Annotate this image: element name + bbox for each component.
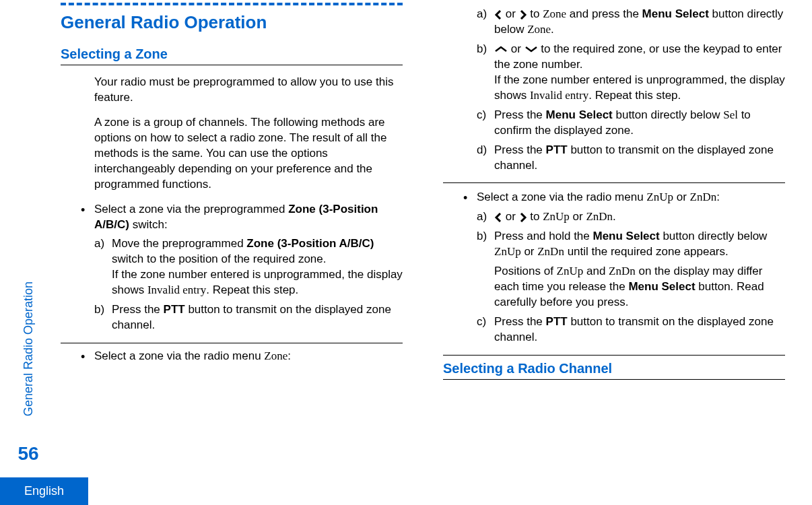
text: to [527, 7, 543, 20]
text: : [716, 191, 720, 203]
text-serif: ZnDn [586, 210, 613, 223]
sub-item: a) Move the preprogrammed Zone (3-Positi… [94, 236, 403, 298]
text: and [583, 265, 609, 277]
bullet-dot-icon: • [81, 202, 94, 335]
column-left: General Radio Operation Selecting a Zone… [61, 0, 403, 505]
sub-marker: b) [477, 42, 494, 104]
text: Press the [112, 303, 164, 316]
text-paragraph: Positions of ZnUp and ZnDn on the displa… [494, 264, 785, 310]
text: Select a zone via the radio menu [94, 349, 264, 362]
bullet-dot-icon: • [463, 190, 477, 346]
arrow-right-icon [519, 209, 527, 225]
sub-marker: c) [477, 108, 494, 139]
text: button directly below [613, 108, 723, 121]
sub-content: Move the preprogrammed Zone (3-Position … [112, 236, 403, 298]
text: or [521, 245, 538, 258]
sub-item: b) Press and hold the Menu Select button… [477, 229, 785, 310]
sub-item: d) Press the PTT button to transmit on t… [477, 143, 785, 174]
sub-content: Press the PTT button to transmit on the … [112, 302, 403, 333]
text-bold: PTT [546, 315, 568, 328]
content-area: General Radio Operation Selecting a Zone… [0, 0, 812, 505]
text-line: If the zone number entered is unprogramm… [494, 73, 785, 104]
arrow-left-icon [494, 209, 502, 225]
text-bold: Menu Select [593, 230, 659, 242]
left-sidebar: General Radio Operation 56 [8, 0, 48, 505]
text: . Repeat this step. [206, 283, 298, 296]
sub-content: Press the PTT button to transmit on the … [494, 314, 785, 345]
text: Select a zone via the preprogrammed [94, 203, 288, 215]
paragraph: Your radio must be preprogrammed to allo… [61, 75, 403, 106]
arrow-right-icon [519, 7, 527, 22]
text: Positions of [494, 265, 557, 277]
text-serif: ZnDn [609, 265, 636, 277]
text-serif: Zone [527, 23, 551, 36]
text-bold: PTT [164, 303, 185, 316]
text: and press the [566, 7, 642, 20]
text: : [287, 349, 291, 362]
continuation-block: a) or to Zone and press the Menu Select … [443, 7, 785, 183]
page: General Radio Operation 56 English Gener… [0, 0, 812, 505]
sub-item: a) or to ZnUp or ZnDn. [477, 209, 785, 225]
text-serif: ZnUp [543, 210, 570, 223]
sub-marker: a) [477, 209, 494, 225]
bullet-intro: Select a zone via the radio menu ZnUp or… [477, 190, 785, 205]
bullet-dot-icon: • [81, 349, 94, 365]
sub-marker: c) [477, 314, 494, 345]
dashed-divider [61, 3, 403, 5]
text-serif: ZnUp [494, 245, 521, 258]
text: switch to the position of the required z… [112, 252, 326, 265]
text: or [502, 210, 519, 223]
sub-marker: d) [477, 143, 494, 174]
text-serif: ZnDn [537, 245, 564, 258]
bullet-item: • Select a zone via the radio menu ZnUp … [443, 190, 785, 355]
text-serif: Invalid entry [147, 283, 206, 296]
text: Press the [494, 315, 546, 328]
text: Move the preprogrammed [112, 237, 246, 250]
sub-marker: a) [94, 236, 112, 298]
subheading-selecting-zone: Selecting a Zone [61, 46, 403, 65]
text: button directly below [660, 230, 768, 242]
text-bold: Menu Select [628, 280, 695, 293]
text-serif: Invalid entry [530, 89, 588, 102]
arrow-up-icon [494, 42, 508, 57]
text: . [613, 210, 616, 223]
bullet-item: • Select a zone via the radio menu Zone: [61, 349, 403, 365]
text-serif: ZnUp [557, 265, 584, 277]
text-bold: Menu Select [642, 7, 709, 20]
text: . Repeat this step. [588, 89, 681, 102]
bullet-intro: Select a zone via the preprogrammed Zone… [94, 202, 403, 233]
text-serif: ZnUp [646, 191, 673, 203]
bullet-content: Select a zone via the preprogrammed Zone… [94, 202, 403, 335]
language-tag: English [0, 477, 88, 505]
text-bold: Menu Select [546, 108, 613, 121]
text: Press the [494, 108, 546, 121]
text: Press and hold the [494, 230, 593, 242]
text: or [508, 42, 525, 55]
sub-content: or to Zone and press the Menu Select but… [494, 7, 785, 38]
text-bold: PTT [546, 143, 568, 156]
sub-content: Press and hold the Menu Select button di… [494, 229, 785, 310]
text: or [673, 191, 690, 203]
arrow-left-icon [494, 7, 502, 22]
sub-content: or to the required zone, or use the keyp… [494, 42, 785, 104]
sub-item: c) Press the Menu Select button directly… [477, 108, 785, 139]
sub-item: b) or to the required zone, or use the k… [477, 42, 785, 104]
text: to [527, 210, 543, 223]
bullet-content: Select a zone via the radio menu ZnUp or… [477, 190, 785, 346]
section-vertical-label: General Radio Operation [22, 281, 36, 416]
sub-content: Press the PTT button to transmit on the … [494, 143, 785, 174]
subheading-selecting-channel: Selecting a Radio Channel [443, 361, 785, 380]
text: . [551, 23, 554, 36]
paragraph: A zone is a group of channels. The follo… [61, 115, 403, 193]
text-serif: Sel [723, 108, 738, 121]
page-number: 56 [18, 443, 38, 465]
column-right: a) or to Zone and press the Menu Select … [443, 0, 785, 505]
text-line: If the zone number entered is unprogramm… [112, 267, 403, 298]
text-serif: ZnDn [690, 191, 717, 203]
text: switch: [129, 218, 168, 231]
arrow-down-icon [525, 42, 538, 57]
sub-content: or to ZnUp or ZnDn. [494, 209, 785, 225]
sub-item: a) or to Zone and press the Menu Select … [477, 7, 785, 38]
sub-marker: a) [477, 7, 494, 38]
text: Select a zone via the radio menu [477, 191, 646, 203]
